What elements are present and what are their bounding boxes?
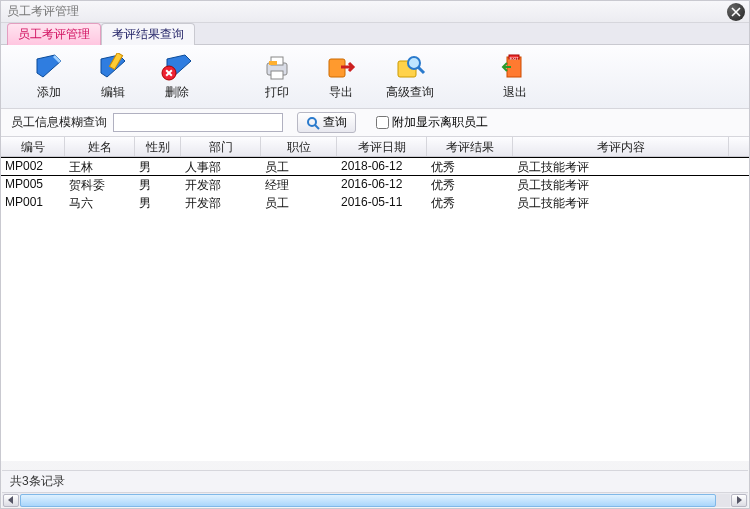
- cell-pos: 员工: [261, 194, 337, 212]
- delete-label: 删除: [165, 84, 189, 101]
- svg-rect-8: [271, 71, 283, 79]
- scroll-thumb[interactable]: [20, 494, 716, 507]
- cell-result: 优秀: [427, 176, 513, 194]
- exit-label: 退出: [503, 84, 527, 101]
- advanced-query-button[interactable]: 高级查询: [377, 48, 443, 105]
- table-row[interactable]: MP005贺科委男开发部经理2016-06-12优秀员工技能考评: [1, 176, 749, 194]
- scroll-track[interactable]: [20, 494, 730, 507]
- tab-review-result-query[interactable]: 考评结果查询: [101, 23, 195, 45]
- query-button[interactable]: 查询: [297, 112, 356, 133]
- horizontal-scrollbar[interactable]: [2, 492, 748, 507]
- print-label: 打印: [265, 84, 289, 101]
- search-label: 员工信息模糊查询: [11, 114, 107, 131]
- app-window: 员工考评管理 员工考评管理 考评结果查询 添加 编辑 删除: [0, 0, 750, 509]
- cell-date: 2018-06-12: [337, 158, 427, 175]
- col-result[interactable]: 考评结果: [427, 137, 513, 156]
- search-icon: [306, 116, 320, 130]
- cell-content: 员工技能考评: [513, 194, 729, 212]
- search-input[interactable]: [113, 113, 283, 132]
- cell-id: MP001: [1, 194, 65, 212]
- advanced-query-icon: [393, 52, 427, 82]
- cell-id: MP005: [1, 176, 65, 194]
- cell-date: 2016-06-12: [337, 176, 427, 194]
- record-count: 共3条记录: [10, 473, 65, 490]
- scroll-right-button[interactable]: [731, 494, 747, 507]
- cell-pos: 员工: [261, 158, 337, 175]
- status-bar: 共3条记录: [2, 470, 748, 492]
- add-icon: [32, 52, 66, 82]
- print-icon: [260, 52, 294, 82]
- table-row[interactable]: MP002王林男人事部员工2018-06-12优秀员工技能考评: [1, 157, 749, 176]
- tab-strip: 员工考评管理 考评结果查询: [1, 23, 749, 45]
- show-left-employee-checkbox[interactable]: [376, 116, 389, 129]
- cell-name: 贺科委: [65, 176, 135, 194]
- svg-line-13: [418, 67, 424, 73]
- export-icon: [324, 52, 358, 82]
- delete-button[interactable]: 删除: [149, 48, 205, 105]
- cell-content: 员工技能考评: [513, 158, 729, 175]
- add-button[interactable]: 添加: [21, 48, 77, 105]
- cell-content: 员工技能考评: [513, 176, 729, 194]
- exit-button[interactable]: EXIT 退出: [487, 48, 543, 105]
- cell-pos: 经理: [261, 176, 337, 194]
- cell-gender: 男: [135, 194, 181, 212]
- svg-line-18: [315, 125, 319, 129]
- svg-marker-20: [737, 496, 742, 504]
- toolbar: 添加 编辑 删除 打印 导出: [1, 45, 749, 109]
- cell-result: 优秀: [427, 158, 513, 175]
- query-button-label: 查询: [323, 114, 347, 131]
- tab-employee-review-manage[interactable]: 员工考评管理: [7, 23, 101, 45]
- svg-rect-9: [269, 61, 277, 65]
- close-button[interactable]: [727, 3, 745, 21]
- col-name[interactable]: 姓名: [65, 137, 135, 156]
- cell-gender: 男: [135, 158, 181, 175]
- col-date[interactable]: 考评日期: [337, 137, 427, 156]
- edit-icon: [96, 52, 130, 82]
- window-title: 员工考评管理: [7, 3, 79, 20]
- svg-point-17: [308, 118, 316, 126]
- col-pos[interactable]: 职位: [261, 137, 337, 156]
- show-left-employee-label: 附加显示离职员工: [392, 114, 488, 131]
- svg-text:EXIT: EXIT: [510, 56, 519, 61]
- table-row[interactable]: MP001马六男开发部员工2016-05-11优秀员工技能考评: [1, 194, 749, 212]
- cell-name: 王林: [65, 158, 135, 175]
- svg-marker-19: [8, 496, 13, 504]
- search-row: 员工信息模糊查询 查询 附加显示离职员工: [1, 109, 749, 137]
- export-button[interactable]: 导出: [313, 48, 369, 105]
- close-icon: [731, 7, 741, 17]
- scroll-left-button[interactable]: [3, 494, 19, 507]
- title-bar: 员工考评管理: [1, 1, 749, 23]
- edit-label: 编辑: [101, 84, 125, 101]
- cell-dept: 人事部: [181, 158, 261, 175]
- edit-button[interactable]: 编辑: [85, 48, 141, 105]
- cell-result: 优秀: [427, 194, 513, 212]
- delete-icon: [160, 52, 194, 82]
- chevron-right-icon: [735, 496, 743, 504]
- cell-gender: 男: [135, 176, 181, 194]
- col-content[interactable]: 考评内容: [513, 137, 729, 156]
- print-button[interactable]: 打印: [249, 48, 305, 105]
- cell-name: 马六: [65, 194, 135, 212]
- chevron-left-icon: [7, 496, 15, 504]
- col-gender[interactable]: 性别: [135, 137, 181, 156]
- exit-icon: EXIT: [498, 52, 532, 82]
- advanced-query-label: 高级查询: [386, 84, 434, 101]
- table-body: MP002王林男人事部员工2018-06-12优秀员工技能考评MP005贺科委男…: [1, 157, 749, 461]
- export-label: 导出: [329, 84, 353, 101]
- add-label: 添加: [37, 84, 61, 101]
- cell-id: MP002: [1, 158, 65, 175]
- cell-date: 2016-05-11: [337, 194, 427, 212]
- col-dept[interactable]: 部门: [181, 137, 261, 156]
- table-header: 编号 姓名 性别 部门 职位 考评日期 考评结果 考评内容: [1, 137, 749, 157]
- col-id[interactable]: 编号: [1, 137, 65, 156]
- cell-dept: 开发部: [181, 194, 261, 212]
- cell-dept: 开发部: [181, 176, 261, 194]
